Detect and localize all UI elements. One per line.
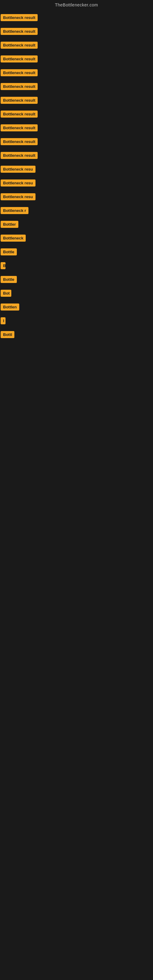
bottleneck-badge[interactable]: Bottleneck result bbox=[1, 28, 38, 35]
list-item: Bottleneck result bbox=[0, 79, 153, 92]
site-title: TheBottlenecker.com bbox=[0, 0, 153, 9]
bottleneck-badge[interactable]: Bottleneck result bbox=[1, 56, 38, 62]
bottleneck-badge[interactable]: B bbox=[1, 262, 5, 269]
list-item: Bottleneck result bbox=[0, 148, 153, 161]
list-item: Bottleneck resu bbox=[0, 189, 153, 203]
bottleneck-badge[interactable]: Bottleneck result bbox=[1, 111, 38, 118]
list-item: Bottleneck result bbox=[0, 120, 153, 134]
list-item: Bottleneck result bbox=[0, 106, 153, 120]
list-item: I bbox=[0, 313, 153, 327]
bottleneck-badge[interactable]: Bottle bbox=[1, 276, 17, 283]
bottleneck-badge[interactable]: Bottleneck r bbox=[1, 207, 29, 214]
bottleneck-badge[interactable]: Bottleneck result bbox=[1, 124, 38, 131]
bottleneck-badge[interactable]: Bottleneck resu bbox=[1, 193, 35, 200]
list-item: Bottle bbox=[0, 244, 153, 258]
list-item: Bottleneck result bbox=[0, 24, 153, 37]
list-item: Bottleneck result bbox=[0, 51, 153, 65]
bottleneck-badge[interactable]: Bottle bbox=[1, 248, 17, 255]
list-item: Bottler bbox=[0, 216, 153, 230]
bottleneck-badge[interactable]: Bottleneck result bbox=[1, 97, 38, 104]
list-item: Bottl bbox=[0, 327, 153, 340]
list-item: Bottleneck result bbox=[0, 10, 153, 24]
list-item: Bot bbox=[0, 285, 153, 299]
list-item: Bottleneck result bbox=[0, 37, 153, 51]
list-item: Bottleneck result bbox=[0, 65, 153, 79]
list-item: Bottleneck result bbox=[0, 92, 153, 106]
bottleneck-badge[interactable]: Bottler bbox=[1, 221, 18, 228]
list-item: Bottleneck resu bbox=[0, 175, 153, 189]
bottleneck-badge[interactable]: Bot bbox=[1, 290, 11, 297]
list-item: Bottlen bbox=[0, 299, 153, 313]
items-container: Bottleneck resultBottleneck resultBottle… bbox=[0, 9, 153, 342]
bottleneck-badge[interactable]: Bottleneck resu bbox=[1, 166, 35, 173]
bottleneck-badge[interactable]: Bottleneck resu bbox=[1, 180, 35, 186]
bottleneck-badge[interactable]: Bottleneck result bbox=[1, 83, 38, 90]
bottleneck-badge[interactable]: Bottleneck result bbox=[1, 152, 38, 159]
bottleneck-badge[interactable]: Bottleneck result bbox=[1, 41, 38, 49]
bottleneck-badge[interactable]: Bottleneck result bbox=[1, 14, 38, 21]
bottleneck-badge[interactable]: I bbox=[1, 317, 5, 324]
list-item: Bottleneck bbox=[0, 230, 153, 244]
list-item: Bottleneck r bbox=[0, 203, 153, 216]
bottleneck-badge[interactable]: Bottlen bbox=[1, 304, 19, 310]
bottleneck-badge[interactable]: Bottleneck result bbox=[1, 69, 38, 76]
list-item: Bottleneck result bbox=[0, 134, 153, 148]
bottleneck-badge[interactable]: Bottleneck result bbox=[1, 138, 38, 145]
bottleneck-badge[interactable]: Bottleneck bbox=[1, 235, 26, 242]
list-item: Bottleneck resu bbox=[0, 161, 153, 175]
list-item: B bbox=[0, 258, 153, 272]
bottleneck-badge[interactable]: Bottl bbox=[1, 331, 14, 338]
list-item: Bottle bbox=[0, 272, 153, 285]
page-container: TheBottlenecker.com Bottleneck resultBot… bbox=[0, 0, 153, 342]
